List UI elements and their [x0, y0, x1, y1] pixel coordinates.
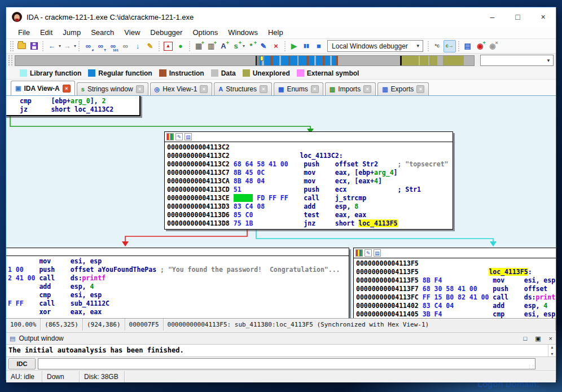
close-button[interactable]: ×: [530, 7, 556, 27]
make-code-icon[interactable]: ▦+: [192, 40, 205, 52]
edit-comment-icon[interactable]: [365, 249, 372, 257]
hex-view-1-icon: ◎: [155, 86, 160, 93]
x-overlay-icon: ×: [495, 40, 498, 46]
menu-item-help[interactable]: Help: [263, 28, 288, 37]
title-bar[interactable]: IDA - crackme-121-1.exe C:\ida\crackme-1…: [6, 7, 556, 27]
minimize-button[interactable]: –: [480, 7, 505, 27]
save-icon: [30, 42, 38, 50]
asm-line: xor eax, eax: [8, 308, 348, 316]
forward-icon[interactable]: →: [61, 40, 73, 52]
tab-close-icon[interactable]: ×: [311, 85, 319, 93]
debugger-options-icon[interactable]: ▤: [462, 40, 474, 52]
search-text-icon[interactable]: ∞T: [94, 40, 107, 52]
menu-item-view[interactable]: View: [119, 28, 145, 37]
debugger-select[interactable]: Local Windows debugger ▼: [327, 40, 423, 52]
tab-ida-view-a[interactable]: ▣IDA View-A×: [11, 81, 75, 95]
tab-close-icon[interactable]: ×: [416, 85, 424, 93]
tab-imports[interactable]: ▥Imports×: [325, 82, 376, 95]
navband-dropdown[interactable]: ▼: [480, 55, 554, 66]
tab-close-icon[interactable]: ×: [260, 85, 267, 93]
output-window-header[interactable]: ▤ Output window □ ▣ ×: [6, 332, 556, 345]
menu-item-debugger[interactable]: Debugger: [145, 28, 187, 37]
asm-line: 00000000004113FC FF 15 B0 82 41 00 call …: [356, 293, 556, 302]
stop-debug-icon[interactable]: ■: [313, 40, 325, 52]
pause-debug-icon[interactable]: ▮▮: [300, 40, 313, 52]
toolbar-separator: [189, 41, 190, 51]
maximize-button[interactable]: □: [505, 7, 530, 27]
continue-process-icon[interactable]: c→: [444, 40, 456, 52]
tab-exports[interactable]: ▥Exports×: [377, 82, 429, 95]
badge-overlay: T: [104, 49, 106, 52]
edit-comment-icon[interactable]: [175, 133, 183, 140]
graph-node-loc-4113F5[interactable]: 00000000004113F500000000004113F5 loc_411…: [353, 248, 556, 318]
menu-item-search[interactable]: Search: [86, 28, 119, 37]
menu-item-jump[interactable]: Jump: [58, 28, 86, 37]
tab-close-icon[interactable]: ×: [200, 85, 208, 93]
tab-hex-view-1[interactable]: ◎Hex View-1×: [150, 82, 213, 95]
idc-button[interactable]: IDC: [8, 358, 36, 369]
navigation-band[interactable]: [15, 55, 475, 66]
navigation-band-row: ▼: [6, 54, 556, 67]
output-close-icon[interactable]: ×: [549, 335, 552, 342]
output-scrollbar[interactable]: ▲ ▼: [548, 345, 556, 356]
navband-position-marker[interactable]: [260, 56, 264, 61]
chevron-down-icon[interactable]: ▾: [74, 43, 76, 49]
problems-icon[interactable]: ▲: [162, 40, 174, 52]
problems-icon: ▲: [164, 42, 173, 51]
search-binary-icon[interactable]: ∞101: [107, 40, 119, 52]
navband-drag-handle[interactable]: [8, 55, 12, 65]
edit-function-icon[interactable]: ✎: [257, 40, 270, 52]
make-enum-icon[interactable]: *+: [245, 40, 257, 52]
palette-icon[interactable]: [166, 133, 174, 140]
make-string-icon[interactable]: A+: [217, 40, 230, 52]
tab-enums[interactable]: ▦Enums×: [274, 82, 323, 95]
tab-close-icon[interactable]: ×: [63, 85, 71, 93]
jump-address-icon[interactable]: ↓: [131, 40, 144, 52]
tab-strings-window[interactable]: sStrings window×: [77, 82, 148, 95]
debugger-select-value: Local Windows debugger: [332, 42, 408, 50]
menu-item-options[interactable]: Options: [187, 28, 223, 37]
graph-node-loc-4113C2[interactable]: 00000000004113C200000000004113C2 loc_411…: [164, 131, 453, 230]
badge-overlay: #: [92, 49, 94, 52]
save-icon[interactable]: [28, 40, 40, 52]
edit-function-icon: ✎: [261, 42, 267, 50]
open-file-icon[interactable]: [15, 40, 28, 52]
back-icon[interactable]: ←: [46, 40, 58, 52]
graph-view[interactable]: cmp [ebp+arg_0], 2jz short loc_4113C2 00…: [6, 95, 556, 318]
search-names-icon[interactable]: ∞#: [82, 40, 94, 52]
menu-item-edit[interactable]: Edit: [35, 28, 58, 37]
scroll-down-icon[interactable]: ▼: [550, 352, 554, 356]
jump-address-icon: ↓: [136, 42, 140, 50]
attach-process-icon[interactable]: *c: [431, 40, 444, 52]
graph-node-password-found[interactable]: mov esi, esp1 00 push offset aYouFoundTh…: [6, 248, 349, 318]
start-debug-icon[interactable]: ▶: [288, 40, 300, 52]
delete-breakpoint-icon[interactable]: ◉×: [486, 40, 499, 52]
undefine-icon[interactable]: ×: [270, 40, 282, 52]
group-node-icon[interactable]: [185, 133, 192, 140]
idc-command-input[interactable]: [38, 358, 535, 369]
toolbar-separator: [428, 41, 429, 51]
output-maximize-icon[interactable]: □: [524, 335, 528, 342]
tab-label: Enums: [287, 85, 308, 93]
toolbar-drag-handle[interactable]: [10, 41, 14, 51]
navigation-ok-icon[interactable]: ●: [174, 40, 187, 52]
scroll-up-icon[interactable]: ▲: [550, 345, 554, 349]
search-names-icon: ∞: [85, 42, 90, 50]
make-data-icon[interactable]: ▥+: [205, 40, 217, 52]
tab-close-icon[interactable]: ×: [363, 85, 371, 93]
output-log[interactable]: The initial autoanalysis has been finish…: [6, 345, 556, 357]
graph-node-entry[interactable]: cmp [ebp+arg_0], 2jz short loc_4113C2: [6, 95, 140, 116]
tab-structures[interactable]: AStructures×: [214, 82, 272, 95]
highlight-icon[interactable]: ✎: [144, 40, 156, 52]
asm-line: 1 00 push offset aYouFoundThePas ; "You …: [8, 266, 348, 274]
add-breakpoint-icon[interactable]: ◉+: [474, 40, 486, 52]
menu-item-windows[interactable]: Windows: [223, 28, 263, 37]
tab-close-icon[interactable]: ×: [136, 85, 144, 93]
asm-line: cmp esi, esp: [8, 291, 348, 299]
make-struct-icon[interactable]: s+: [230, 40, 242, 52]
search-next-icon[interactable]: ∞: [119, 40, 131, 52]
palette-icon[interactable]: [355, 249, 363, 257]
output-float-icon[interactable]: ▣: [535, 335, 541, 342]
group-node-icon[interactable]: [374, 249, 381, 257]
menu-item-file[interactable]: File: [13, 28, 35, 37]
